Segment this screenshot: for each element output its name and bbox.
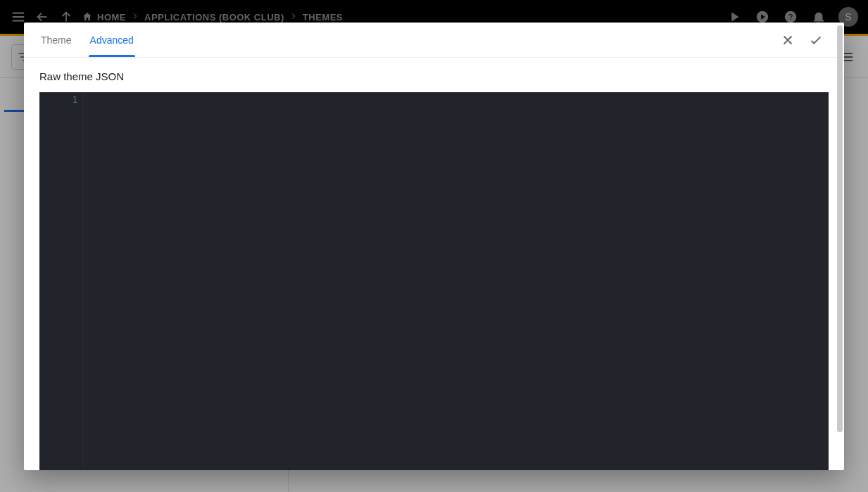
line-number-1: 1 (73, 95, 77, 105)
section-title: Raw theme JSON (39, 70, 829, 82)
dialog-body: Raw theme JSON 1 (24, 58, 844, 470)
confirm-button[interactable] (802, 26, 830, 54)
dialog-header: Theme Advanced (24, 23, 844, 58)
theme-editor-dialog: Theme Advanced Raw theme JSON 1 (24, 23, 844, 470)
dialog-scrollbar[interactable] (837, 25, 843, 467)
tab-advanced[interactable]: Advanced (90, 23, 134, 57)
scrollbar-thumb[interactable] (837, 25, 843, 432)
json-editor[interactable]: 1 (39, 92, 829, 470)
editor-scrollbar[interactable] (819, 92, 829, 470)
tab-theme[interactable]: Theme (41, 23, 72, 57)
dialog-tabs: Theme Advanced (41, 23, 134, 57)
close-button[interactable] (774, 26, 802, 54)
editor-gutter: 1 (39, 92, 83, 470)
editor-content[interactable] (83, 92, 829, 470)
